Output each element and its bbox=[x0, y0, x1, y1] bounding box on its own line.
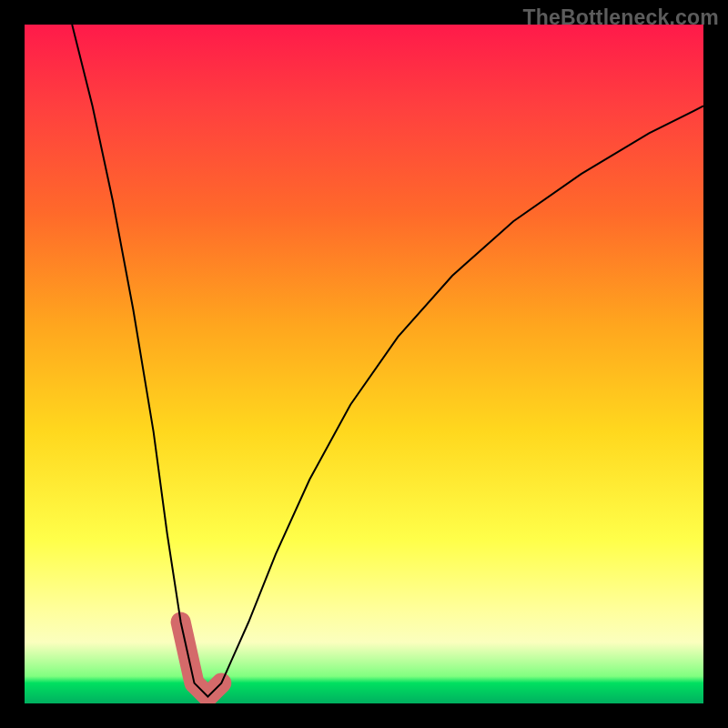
curve-highlight bbox=[181, 622, 222, 697]
chart-frame: TheBottleneck.com bbox=[0, 0, 728, 728]
plot-svg bbox=[25, 25, 703, 703]
bottleneck-curve bbox=[72, 25, 703, 697]
plot-area bbox=[25, 25, 703, 703]
